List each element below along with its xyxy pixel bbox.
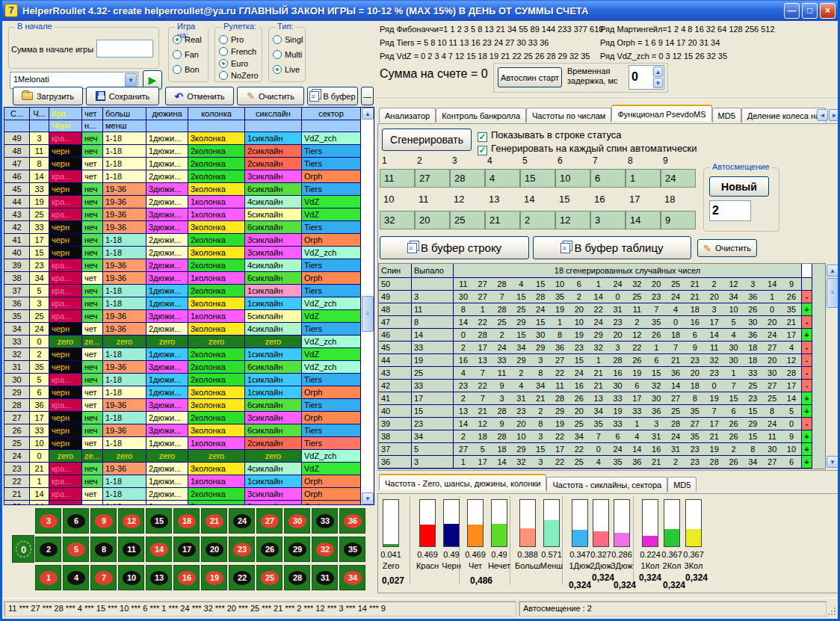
numbers-header-cell[interactable]: 18 сгенерированных случайных чисел — [454, 264, 802, 278]
table-row[interactable]: 4233черннеч19-363дюжи...3колонка6сиклайн… — [4, 221, 374, 234]
table-row[interactable]: 3834218281032234764312435212615119+ — [379, 430, 825, 443]
clear-generated-button[interactable]: ✎ Очистить — [697, 239, 757, 257]
radio-option-Bon[interactable]: Bon — [173, 65, 200, 74]
table-row[interactable]: 2014кра...чет1-182дюжи...2колонка3сиклай… — [4, 501, 374, 505]
history-header-cell[interactable]: Черн — [49, 120, 82, 132]
table-row[interactable]: 3923кра...неч19-362дюжи...2колонка4сикла… — [4, 259, 374, 272]
freq-tab-md5[interactable]: MD5 — [667, 477, 697, 492]
board-cell-24[interactable]: 24 — [229, 508, 255, 534]
board-cell-27[interactable]: 27 — [256, 508, 282, 534]
table-row[interactable]: 4811812825241920223111741831026035+ — [379, 303, 825, 316]
board-cell-17[interactable]: 17 — [173, 537, 200, 562]
board-cell-33[interactable]: 33 — [312, 508, 338, 534]
toolbar-button-4[interactable]: ✎Очистить — [237, 87, 304, 105]
history-header-cell[interactable] — [188, 120, 245, 132]
board-zero-cell[interactable]: 0 — [12, 535, 34, 563]
generated-cell[interactable]: 10 — [555, 169, 590, 188]
board-cell-22[interactable]: 22 — [229, 565, 255, 590]
table-row[interactable]: 4117черннеч1-182дюжи...2колонка3сиклайнO… — [4, 234, 374, 247]
table-row[interactable]: 3135черннеч19-363дюжи...2колонка6сиклайн… — [4, 361, 374, 374]
board-cell-12[interactable]: 12 — [118, 508, 144, 534]
board-cell-11[interactable]: 11 — [118, 537, 144, 562]
board-cell-32[interactable]: 32 — [312, 537, 338, 562]
board-cell-21[interactable]: 21 — [201, 508, 227, 534]
delay-spin-down-icon[interactable]: ▼ — [653, 78, 663, 88]
collapse-button[interactable]: — — [361, 87, 374, 105]
toolbar-button-5[interactable]: В буфер — [307, 87, 358, 105]
toolbar-button-3[interactable]: ↶Отменить — [165, 87, 234, 105]
table-row[interactable]: 49330277152835214025232421203436126- — [379, 291, 825, 303]
radio-option-Fan[interactable]: Fan — [173, 50, 199, 59]
board-cell-23[interactable]: 23 — [229, 537, 255, 562]
spin-table[interactable]: СпинВыпало18 сгенерированных случайных ч… — [378, 263, 826, 469]
history-table[interactable]: С...Ч...Кра...четбольшдюжинаколонкасиксл… — [4, 107, 374, 505]
history-header-cell[interactable] — [302, 120, 361, 132]
generated-cell[interactable]: 25 — [450, 211, 485, 229]
generated-cell[interactable]: 24 — [661, 169, 696, 188]
generated-cell[interactable]: 12 — [555, 211, 590, 229]
generate-button[interactable]: Сгенерировать — [382, 129, 472, 151]
freq-tab-частота-zero-шансы-дюжины-колонки[interactable]: Частота - Zero, шансы, дюжины, колонки — [379, 474, 546, 490]
resize-grip[interactable] — [827, 606, 836, 616]
board-cell-18[interactable]: 18 — [173, 508, 200, 534]
spin-scroll-up-icon[interactable]: ▲ — [827, 265, 839, 276]
history-header-cell[interactable] — [4, 120, 30, 132]
autoshift-input[interactable]: 2 — [709, 200, 751, 221]
history-header-cell[interactable] — [146, 120, 188, 132]
table-row[interactable]: 2321кра...неч19-362дюжи...3колонка4сикла… — [4, 463, 374, 475]
board-cell-26[interactable]: 26 — [256, 537, 282, 562]
history-header-cell[interactable]: менш — [103, 120, 146, 132]
toolbar-button-1[interactable]: Загрузить — [13, 87, 83, 105]
board-cell-9[interactable]: 9 — [90, 508, 117, 534]
generated-cell[interactable]: 27 — [415, 169, 450, 188]
radio-option-Singl[interactable]: Singl — [273, 35, 303, 44]
table-row[interactable]: 2510чернчет1-181дюжи...1колонка2сиклайнT… — [4, 437, 374, 450]
result-header-cell[interactable]: Выпало — [412, 264, 454, 278]
board-cell-36[interactable]: 36 — [339, 508, 365, 534]
tab-контроль-банкролла[interactable]: Контроль банкролла — [436, 108, 526, 123]
history-header-cell[interactable]: Ч... — [30, 108, 49, 120]
tab-функционал-psevdoms[interactable]: Функционал PsevdoMS — [611, 105, 711, 121]
table-row[interactable]: 42332322943411162130632141807252717- — [379, 380, 825, 392]
minimize-button[interactable]: — — [784, 3, 800, 19]
board-cell-31[interactable]: 31 — [312, 565, 338, 590]
generated-cell[interactable]: 1 — [626, 169, 661, 188]
table-row[interactable]: 43254711282224211619153620231333028- — [379, 367, 825, 380]
generated-cell[interactable]: 6 — [590, 169, 626, 188]
history-header-cell[interactable]: сикслайн — [245, 108, 302, 120]
radio-option-Pro[interactable]: Pro — [219, 35, 244, 44]
generated-cell[interactable]: 2 — [520, 211, 555, 229]
history-header-cell[interactable]: дюжина — [146, 108, 188, 120]
table-row[interactable]: 4419кра...неч19-362дюжи...1колонка4сикла… — [4, 196, 374, 208]
table-row[interactable]: 3631171432322254353621223282634276+ — [379, 456, 825, 469]
delay-spin-up-icon[interactable]: ▲ — [653, 67, 663, 77]
table-row[interactable]: 330zeroze...zerozerozerozeroVdZ_zch — [4, 336, 374, 348]
close-button[interactable]: × — [820, 3, 836, 19]
table-row[interactable]: 47814222529151102423235016175302021- — [379, 316, 825, 329]
table-row[interactable]: 37527518291517220241416312319283010+ — [379, 443, 825, 456]
generated-cell[interactable]: 32 — [380, 211, 415, 229]
tabs-scroll-right-icon[interactable]: ► — [829, 109, 840, 121]
maximize-button[interactable]: □ — [802, 3, 818, 19]
history-header-cell[interactable]: Кра... — [49, 108, 82, 120]
table-row[interactable]: 493кра...неч1-181дюжи...3колонка1сиклайн… — [4, 132, 374, 145]
roulette-board[interactable]: 3216549871211101514131817162120192423222… — [2, 507, 376, 595]
board-cell-13[interactable]: 13 — [146, 565, 172, 590]
table-row[interactable]: 240zeroze...zerozerozerozeroVdZ_zch — [4, 450, 374, 463]
history-header-cell[interactable]: больш — [103, 108, 146, 120]
table-row[interactable]: 40151321282322920341933362535761585+ — [379, 405, 825, 418]
board-cell-1[interactable]: 1 — [35, 565, 61, 590]
spin-header-cell[interactable]: Спин — [379, 264, 412, 278]
table-row[interactable]: 4419161333293271512826621233230182012- — [379, 354, 825, 367]
table-row[interactable]: 305кра...неч1-181дюжи...2колонка1сиклайн… — [4, 374, 374, 386]
radio-option-Live[interactable]: Live — [273, 65, 300, 74]
history-header-cell[interactable]: чет — [82, 108, 103, 120]
board-cell-2[interactable]: 2 — [35, 537, 61, 562]
table-row[interactable]: 4811черннеч1-181дюжи...2колонка2сиклайнT… — [4, 145, 374, 158]
generated-cell[interactable]: 28 — [450, 169, 485, 188]
board-cell-35[interactable]: 35 — [339, 537, 365, 562]
history-header-cell[interactable] — [245, 120, 302, 132]
board-cell-28[interactable]: 28 — [284, 565, 310, 590]
radio-option-Euro[interactable]: Euro — [219, 59, 248, 68]
chevron-down-icon[interactable]: ▼ — [125, 73, 137, 87]
